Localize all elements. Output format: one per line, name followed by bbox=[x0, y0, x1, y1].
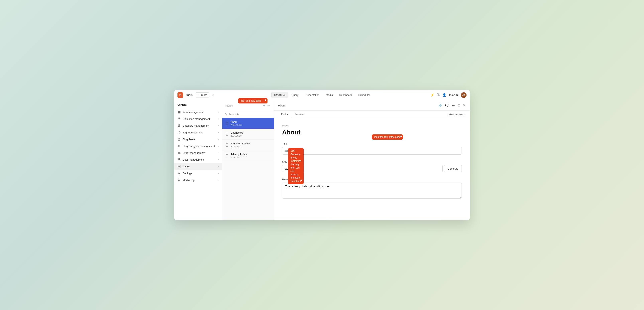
page-date-privacy: 2024/09/01 bbox=[230, 156, 247, 159]
sidebar-item-category-management[interactable]: Category management › bbox=[174, 122, 222, 129]
svg-rect-2 bbox=[178, 112, 179, 113]
sidebar: Content Item management › Collection man… bbox=[174, 100, 222, 220]
sidebar-label-blog-posts: Blog Posts bbox=[183, 138, 195, 141]
create-button[interactable]: + Create bbox=[195, 93, 210, 98]
right-tabs: Editor Preview Latest revision ⌄ bbox=[274, 111, 470, 118]
studio-label: Studio bbox=[185, 94, 193, 97]
media-tag-icon bbox=[178, 178, 181, 182]
slug-callout: click Generate or you customize the slug… bbox=[288, 148, 304, 184]
collection-icon bbox=[178, 117, 181, 120]
nav-tab-media[interactable]: Media bbox=[323, 92, 336, 98]
tasks-button[interactable]: Tasks ▣ bbox=[449, 94, 458, 97]
lightning-icon[interactable]: ⚡ bbox=[430, 93, 434, 97]
page-file-icon bbox=[226, 154, 228, 157]
page-item-about[interactable]: About 2024/09/30 bbox=[222, 118, 274, 129]
right-panel-header: About 🔗 💬 ⋯ □ ✕ bbox=[274, 100, 470, 111]
slug-input[interactable] bbox=[282, 165, 442, 172]
title-input[interactable] bbox=[282, 147, 462, 155]
excerpt-textarea[interactable]: The story behind mkdirs.com bbox=[282, 183, 462, 199]
add-page-callout: click add new page → bbox=[238, 98, 268, 104]
layers-icon bbox=[178, 124, 181, 127]
tab-preview[interactable]: Preview bbox=[291, 111, 307, 118]
sidebar-item-tag-management[interactable]: Tag management › bbox=[174, 129, 222, 136]
chevron-down-icon: ⌄ bbox=[464, 113, 466, 116]
svg-rect-23 bbox=[226, 144, 228, 146]
chevron-icon: › bbox=[218, 111, 219, 113]
link-icon-button[interactable]: 🔗 bbox=[438, 103, 443, 108]
comment-icon-button[interactable]: 💬 bbox=[445, 103, 450, 108]
chevron-icon: › bbox=[218, 151, 219, 154]
page-item-privacy[interactable]: Privacy Policy 2024/09/01 bbox=[222, 150, 274, 161]
sidebar-item-blog-posts[interactable]: Blog Posts › bbox=[174, 136, 222, 143]
user-circle-icon[interactable]: 👤 bbox=[442, 93, 446, 97]
page-name-about: About bbox=[230, 120, 242, 123]
close-button[interactable]: ✕ bbox=[462, 103, 466, 108]
page-name-privacy: Privacy Policy bbox=[230, 153, 247, 156]
sidebar-item-pages[interactable]: Pages › bbox=[174, 163, 222, 170]
add-page-button[interactable]: + bbox=[262, 103, 265, 108]
page-date-terms: 2024/09/01 bbox=[230, 145, 250, 148]
chevron-icon: › bbox=[218, 165, 219, 168]
right-panel-title: About bbox=[278, 104, 286, 107]
slug-label: Slug bbox=[282, 160, 462, 163]
title-label: Title bbox=[282, 142, 462, 145]
svg-point-18 bbox=[179, 173, 180, 174]
more-options-button[interactable]: ⋯ bbox=[267, 104, 271, 108]
chevron-icon: › bbox=[218, 145, 219, 147]
page-icon bbox=[178, 165, 181, 168]
page-item-terms[interactable]: Terms of Service 2024/09/01 bbox=[222, 140, 274, 150]
sidebar-label-order-management: Order management bbox=[183, 151, 205, 154]
svg-rect-11 bbox=[178, 152, 180, 152]
grid-icon bbox=[178, 110, 181, 114]
svg-point-19 bbox=[225, 113, 226, 115]
search-input[interactable] bbox=[228, 113, 272, 116]
revision-button[interactable]: Latest revision ⌄ bbox=[448, 113, 466, 116]
sidebar-item-settings[interactable]: Settings › bbox=[174, 170, 222, 177]
tasks-icon: ▣ bbox=[456, 94, 458, 97]
split-view-button[interactable]: □ bbox=[458, 103, 460, 108]
pages-list: About 2024/09/30 Changelog 2024/09/29 Te… bbox=[222, 118, 274, 220]
avatar[interactable]: JD bbox=[461, 92, 466, 98]
breadcrumb: Pages bbox=[282, 124, 462, 127]
search-bar bbox=[222, 111, 274, 118]
sidebar-item-user-management[interactable]: User management › bbox=[174, 156, 222, 163]
tag-icon bbox=[178, 131, 181, 134]
nav-tab-presentation[interactable]: Presentation bbox=[302, 92, 322, 98]
logo-icon: S bbox=[178, 92, 183, 98]
chevron-icon: › bbox=[218, 172, 219, 175]
sidebar-item-media-tag[interactable]: Media Tag › bbox=[174, 177, 222, 183]
sidebar-label-collection-management: Collection management bbox=[183, 117, 210, 120]
middle-panel-header: click add new page → Pages + ⋯ bbox=[222, 100, 274, 111]
sidebar-label-blog-category-management: Blog Category management bbox=[183, 145, 215, 148]
chevron-icon: › bbox=[218, 117, 219, 120]
revision-label: Latest revision bbox=[448, 113, 463, 116]
sidebar-section-title: Content bbox=[174, 104, 222, 109]
svg-rect-22 bbox=[226, 133, 228, 136]
title-field-group: Title input the title of the page bbox=[282, 142, 462, 155]
page-date-changelog: 2024/09/29 bbox=[230, 135, 243, 137]
middle-header-actions: + ⋯ bbox=[262, 103, 271, 108]
svg-point-5 bbox=[179, 118, 180, 119]
search-icon[interactable]: ⚲ bbox=[212, 93, 214, 97]
sidebar-label-category-management: Category management bbox=[183, 124, 209, 127]
nav-tab-schedules[interactable]: Schedules bbox=[356, 92, 373, 98]
nav-tab-structure[interactable]: Structure bbox=[271, 92, 288, 98]
svg-point-6 bbox=[178, 132, 179, 132]
help-icon[interactable]: ⓘ bbox=[437, 93, 440, 97]
sidebar-item-order-management[interactable]: Order management › bbox=[174, 149, 222, 156]
sidebar-item-collection-management[interactable]: Collection management › bbox=[174, 115, 222, 122]
gear-icon bbox=[178, 172, 181, 175]
sidebar-label-tag-management: Tag management bbox=[183, 131, 202, 134]
sidebar-item-blog-category-management[interactable]: Blog Category management › bbox=[174, 143, 222, 149]
sidebar-item-item-management[interactable]: Item management › bbox=[174, 109, 222, 115]
svg-rect-21 bbox=[226, 122, 228, 125]
chevron-icon: › bbox=[218, 138, 219, 141]
search-icon-middle bbox=[224, 113, 227, 116]
nav-tab-dashboard[interactable]: Dashboard bbox=[336, 92, 355, 98]
tab-editor[interactable]: Editor bbox=[278, 111, 291, 118]
generate-button[interactable]: Generate bbox=[444, 165, 462, 172]
page-item-changelog[interactable]: Changelog 2024/09/29 bbox=[222, 129, 274, 140]
excerpt-label: Excerpt bbox=[282, 178, 462, 181]
more-icon-button[interactable]: ⋯ bbox=[452, 103, 456, 108]
nav-tab-query[interactable]: Query bbox=[289, 92, 301, 98]
